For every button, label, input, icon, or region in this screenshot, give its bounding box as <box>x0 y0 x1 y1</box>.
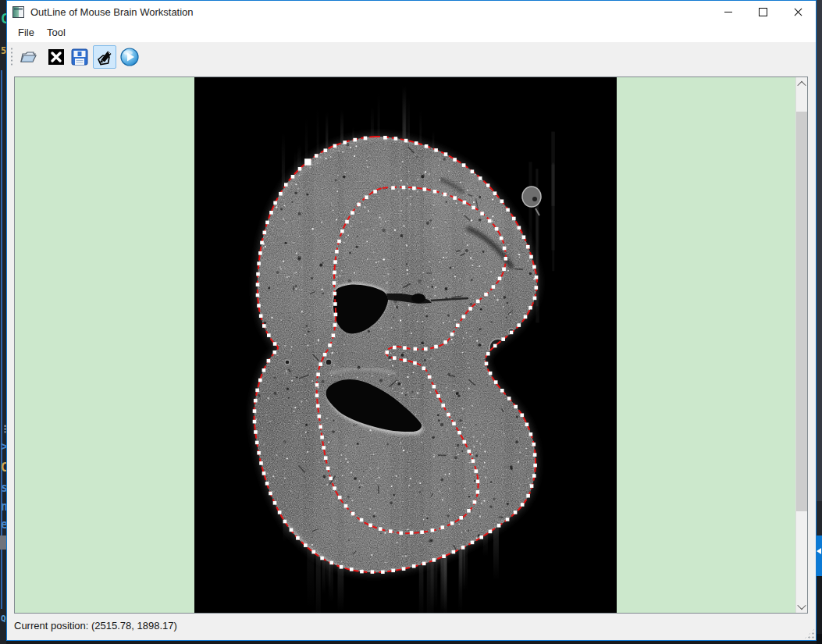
editor-glyph: n <box>1 500 6 514</box>
brain-section-image[interactable] <box>194 77 617 613</box>
maximize-icon <box>759 8 767 16</box>
maximize-button[interactable] <box>745 1 781 23</box>
app-window: OutLine of Mouse Brain Workstation File … <box>6 0 817 641</box>
toolbar-grip-handle[interactable] <box>10 47 13 67</box>
status-bar: Current position: (2515.78, 1898.17) <box>7 614 816 640</box>
editor-glyph: e <box>1 518 6 532</box>
save-button[interactable] <box>68 45 91 69</box>
minimize-icon <box>724 12 732 12</box>
background-segment <box>817 535 822 576</box>
app-icon <box>12 6 24 18</box>
vertical-scrollbar[interactable] <box>795 77 807 613</box>
pen-polygon-icon <box>94 47 115 67</box>
black-x-icon <box>47 48 66 66</box>
chevron-down-icon <box>797 600 806 609</box>
open-file-button[interactable] <box>16 45 40 69</box>
editor-glyph: 54 <box>1 45 6 56</box>
floppy-disk-icon <box>70 48 89 66</box>
editor-block <box>0 535 6 550</box>
background-right-strip <box>817 0 822 644</box>
scrollbar-down-button[interactable] <box>796 600 807 613</box>
title-bar[interactable]: OutLine of Mouse Brain Workstation <box>7 1 816 23</box>
open-folder-icon <box>18 47 38 67</box>
editor-glyph: Q <box>1 614 6 624</box>
desktop-background: C54⋮>CsneQ OutLine of Mouse Brain Workst… <box>0 0 822 644</box>
scrollbar-thumb[interactable] <box>796 112 807 511</box>
background-segment <box>817 501 822 535</box>
toolbar <box>7 42 816 72</box>
brain-image-canvas[interactable] <box>194 77 617 613</box>
editor-glyph: > <box>1 439 6 454</box>
background-segment <box>817 0 822 501</box>
play-icon <box>119 47 140 67</box>
window-title: OutLine of Mouse Brain Workstation <box>30 6 194 18</box>
editor-glyph: ⋮ <box>1 424 6 434</box>
background-editor-sliver: C54⋮>CsneQ <box>0 0 6 644</box>
draw-outline-button[interactable] <box>93 45 116 69</box>
editor-glyph: C <box>1 11 6 27</box>
canvas-viewport <box>14 76 808 614</box>
delete-button[interactable] <box>44 45 68 69</box>
chevron-up-icon <box>797 80 806 89</box>
run-button[interactable] <box>118 45 141 69</box>
menu-bar: File Tool <box>7 23 816 42</box>
scrollbar-up-button[interactable] <box>796 77 807 91</box>
editor-glyph: s <box>1 481 6 495</box>
background-segment <box>817 576 822 634</box>
current-position-readout: Current position: (2515.78, 1898.17) <box>14 620 177 632</box>
menu-item-tool[interactable]: Tool <box>40 23 73 42</box>
selected-vertex-marker <box>304 158 311 165</box>
menu-item-file[interactable]: File <box>11 23 41 42</box>
minimize-button[interactable] <box>710 1 745 23</box>
close-button[interactable] <box>781 1 816 23</box>
close-icon <box>794 8 802 16</box>
editor-glyph: C <box>1 461 6 475</box>
background-segment <box>817 634 822 644</box>
background-arrow-icon <box>817 548 821 554</box>
